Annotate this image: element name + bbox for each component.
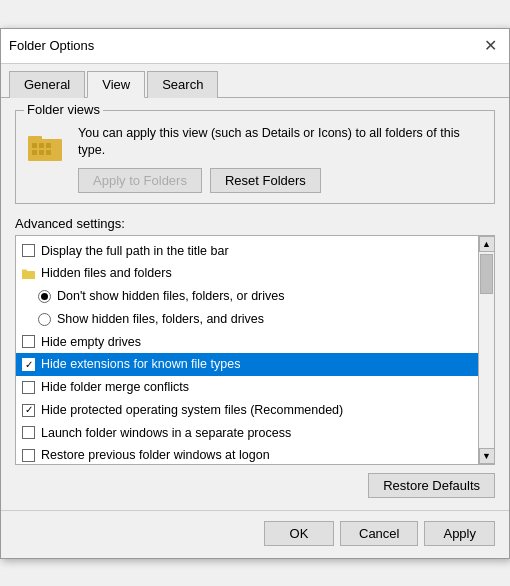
item-label: Restore previous folder windows at logon [41,446,270,463]
folder-views-description: You can apply this view (such as Details… [78,125,484,160]
list-item[interactable]: Display the full path in the title bar [16,240,478,263]
list-item[interactable]: Restore previous folder windows at logon [16,444,478,463]
folder-views-group: Folder views [15,110,495,204]
list-item[interactable]: Show hidden files, folders, and drives [16,308,478,331]
list-item[interactable]: Hide folder merge conflicts [16,376,478,399]
svg-rect-7 [46,150,51,155]
scrollbar-down-button[interactable]: ▼ [479,448,495,464]
list-item[interactable]: Don't show hidden files, folders, or dri… [16,285,478,308]
tab-general[interactable]: General [9,71,85,98]
close-button[interactable]: ✕ [479,35,501,57]
scrollbar-up-button[interactable]: ▲ [479,236,495,252]
svg-rect-4 [46,143,51,148]
settings-list-wrapper: Display the full path in the title bar H… [15,235,495,465]
dialog-title: Folder Options [9,38,94,53]
tab-view[interactable]: View [87,71,145,98]
list-item: Hidden files and folders [16,262,478,285]
ok-button[interactable]: OK [264,521,334,546]
settings-list: Display the full path in the title bar H… [16,236,478,464]
item-label: Launch folder windows in a separate proc… [41,424,291,443]
folder-icon [26,127,66,167]
item-label: Hide empty drives [41,333,141,352]
list-item-highlighted[interactable]: Hide extensions for known file types [16,353,478,376]
folder-bullet-icon [22,267,35,280]
checkbox-empty-drives[interactable] [22,335,35,348]
apply-to-folders-button[interactable]: Apply to Folders [78,168,202,193]
item-label: Hide protected operating system files (R… [41,401,343,420]
svg-rect-9 [22,270,27,273]
svg-rect-2 [32,143,37,148]
dialog-content: Folder views [1,98,509,510]
checkbox-restore-windows[interactable] [22,449,35,462]
item-label: Don't show hidden files, folders, or dri… [57,287,285,306]
item-label: Show hidden files, folders, and drives [57,310,264,329]
title-bar: Folder Options ✕ [1,29,509,64]
folder-views-content: You can apply this view (such as Details… [26,123,484,193]
svg-rect-6 [39,150,44,155]
tab-search[interactable]: Search [147,71,218,98]
svg-rect-1 [28,136,42,141]
checkbox-hide-extensions[interactable] [22,358,35,371]
folder-views-buttons: Apply to Folders Reset Folders [78,168,484,193]
restore-defaults-button[interactable]: Restore Defaults [368,473,495,498]
list-item[interactable]: Hide protected operating system files (R… [16,399,478,422]
item-label: Hide folder merge conflicts [41,378,189,397]
cancel-button[interactable]: Cancel [340,521,418,546]
folder-views-label: Folder views [24,102,103,117]
svg-rect-8 [22,271,35,279]
radio-dont-show[interactable] [38,290,51,303]
folder-views-right: You can apply this view (such as Details… [78,123,484,193]
scrollbar-thumb-area [479,252,494,448]
item-label: Hide extensions for known file types [41,355,240,374]
advanced-settings-label: Advanced settings: [15,216,495,231]
checkbox-separate-process[interactable] [22,426,35,439]
svg-rect-5 [32,150,37,155]
reset-folders-button[interactable]: Reset Folders [210,168,321,193]
folder-options-dialog: Folder Options ✕ General View Search Fol… [0,28,510,559]
list-item[interactable]: Launch folder windows in a separate proc… [16,422,478,445]
checkbox-folder-merge[interactable] [22,381,35,394]
action-buttons: OK Cancel Apply [1,510,509,558]
scrollbar-thumb[interactable] [480,254,493,294]
checkbox-full-path[interactable] [22,244,35,257]
apply-button[interactable]: Apply [424,521,495,546]
checkbox-protected-os[interactable] [22,404,35,417]
radio-show-hidden[interactable] [38,313,51,326]
list-item[interactable]: Hide empty drives [16,331,478,354]
item-label: Hidden files and folders [41,264,172,283]
tab-bar: General View Search [1,64,509,98]
svg-rect-3 [39,143,44,148]
restore-defaults-row: Restore Defaults [15,473,495,498]
scrollbar[interactable]: ▲ ▼ [478,236,494,464]
item-label: Display the full path in the title bar [41,242,229,261]
